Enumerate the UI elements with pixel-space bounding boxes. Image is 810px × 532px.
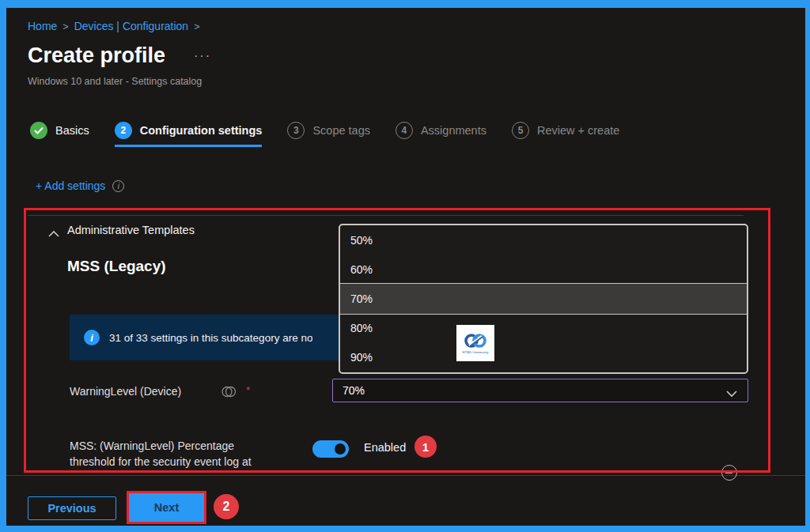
warning-level-dropdown-list: 50% 60% 70% 80% 90% [339,224,748,374]
next-button[interactable]: Next [129,493,204,522]
chevron-up-icon[interactable] [47,227,60,235]
annotation-frame: Home>Devices | Configuration> Create pro… [0,0,810,532]
section-divider [28,215,744,216]
tab-configuration-settings[interactable]: 2 Configuration settings [115,122,263,147]
page-subtitle: Windows 10 and later - Settings catalog [28,76,202,87]
add-settings-label: + Add settings [36,179,105,192]
htmd-watermark: HTMD Community [456,325,494,361]
info-icon[interactable]: i [112,180,124,192]
watermark-text: HTMD Community [463,350,489,354]
info-banner-text: 31 of 33 settings in this subcategory ar… [109,332,312,344]
annotation-badge-2: 2 [214,494,239,519]
category-administrative-templates[interactable]: Administrative Templates [67,224,195,236]
tab-scope-tags[interactable]: 3 Scope tags [287,122,370,147]
breadcrumb-separator: > [62,21,68,32]
tab-label: Configuration settings [140,124,263,137]
toggle-knob [335,443,346,455]
previous-button[interactable]: Previous [28,496,116,520]
enabled-toggle[interactable] [312,440,349,458]
info-icon: i [84,330,100,345]
subcategory-mss-legacy: MSS (Legacy) [67,258,166,275]
breadcrumb-separator: > [194,21,199,32]
tab-label: Basics [55,124,89,137]
step-number-badge: 4 [396,122,413,139]
breadcrumb-home-link[interactable]: Home [28,20,57,32]
chevron-down-icon [725,387,738,400]
htmd-logo-icon [464,332,487,349]
check-icon [30,122,47,139]
breadcrumb: Home>Devices | Configuration> [28,20,205,32]
breadcrumb-devices-configuration-link[interactable]: Devices | Configuration [74,20,188,32]
required-asterisk: * [246,384,250,396]
step-number-badge: 3 [287,122,305,139]
dropdown-option-50[interactable]: 50% [340,225,747,255]
footer-divider [6,475,805,476]
dropdown-option-80[interactable]: 80% [340,314,747,343]
tab-label: Assignments [421,124,486,137]
step-number-badge: 5 [512,122,529,139]
wizard-steps: Basics 2 Configuration settings 3 Scope … [30,122,645,147]
tab-assignments[interactable]: 4 Assignments [396,122,486,147]
warning-level-select[interactable]: 70% [332,379,748,402]
more-options-icon[interactable]: ··· [194,49,211,63]
toggle-state-label: Enabled [364,441,406,454]
annotation-badge-1: 1 [414,436,437,458]
minus-circle-icon [721,465,737,481]
tab-review-create[interactable]: 5 Review + create [512,122,619,147]
toggle-setting-label-line1: MSS: (WarningLevel) Percentage [70,440,234,452]
portal-screen: Home>Devices | Configuration> Create pro… [6,8,805,526]
annotation-red-box-next: Next [127,491,206,524]
dropdown-option-60[interactable]: 60% [340,255,747,284]
page-title: Create profile [28,43,165,68]
select-value: 70% [343,384,365,397]
dropdown-option-90[interactable]: 90% [340,343,747,372]
add-settings-link[interactable]: + Add settings i [36,179,124,192]
tab-label: Review + create [537,124,619,137]
toggle-setting-label-line2: threshold for the security event log at [70,455,252,468]
step-number-badge: 2 [115,122,132,139]
dropdown-option-70-selected[interactable]: 70% [340,284,747,313]
setting-label-warninglevel: WarningLevel (Device) [70,385,181,398]
tab-label: Scope tags [312,124,370,137]
setting-scope-icon [221,386,237,401]
tab-basics[interactable]: Basics [30,122,89,147]
